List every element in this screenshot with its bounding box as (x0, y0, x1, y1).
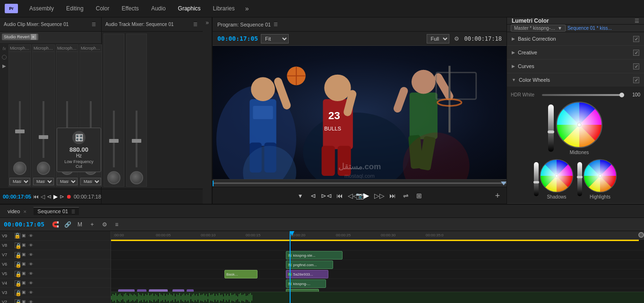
lumetri-source-dropdown[interactable]: Master * kisspng-step... ▼ (511, 25, 566, 32)
curves-header[interactable]: ▶ Curves (507, 60, 644, 73)
tc-insert-btn[interactable]: + (87, 219, 97, 230)
v3-lock[interactable]: 🔒 (15, 290, 20, 295)
pb-to-out[interactable]: ⏭ (386, 190, 399, 202)
clip-v6-5a28[interactable]: fx 5a28e933... (286, 270, 328, 278)
track-ch2-fader-knob[interactable] (132, 139, 141, 143)
highlights-brightness-slider[interactable] (577, 162, 582, 196)
studio-revert-close[interactable]: ✕ (31, 34, 36, 40)
track-v7[interactable]: fx pngfind.com... (111, 260, 644, 269)
audio-clip-mixer-menu[interactable]: ☰ (90, 21, 97, 28)
color-wheels-checkbox[interactable] (633, 77, 639, 83)
tool-circle[interactable] (2, 55, 7, 60)
v2-clip-icon[interactable]: ▣ (22, 299, 27, 303)
track-v6[interactable]: Bask... fx 5a28e933... (111, 269, 644, 279)
transport-step-back[interactable]: ⊲ (47, 192, 52, 201)
basic-correction-header[interactable]: ▶ Basic Correction (507, 32, 644, 45)
nav-libraries[interactable]: Libraries (207, 3, 240, 14)
v3-clip-icon[interactable]: ▣ (22, 290, 27, 295)
v8-lock[interactable]: 🔒 (15, 242, 20, 248)
studio-revert-badge[interactable]: Studio Revert ✕ (2, 34, 38, 40)
ch1-knob[interactable] (13, 162, 26, 175)
ch2-knob[interactable] (37, 162, 50, 175)
v9-eye[interactable]: 👁 (29, 234, 33, 238)
audio-track-mixer-menu[interactable]: ☰ (191, 21, 199, 28)
v7-lock[interactable]: 🔒 (15, 252, 20, 258)
nav-audio[interactable]: Audio (146, 3, 172, 14)
zoom-select[interactable]: Fit 25% 50% 100% (261, 34, 289, 43)
v5-clip-icon[interactable]: ▣ (22, 271, 27, 277)
highlights-brightness-thumb[interactable] (577, 176, 583, 178)
timeline-tab-video[interactable]: video ✕ (4, 208, 31, 215)
v4-clip-icon[interactable]: ▣ (22, 280, 27, 286)
v6-eye[interactable]: 👁 (29, 262, 33, 267)
timeline-tab-sequence[interactable]: Sequence 01 ☰ (34, 207, 79, 215)
v2-lock[interactable]: 🔒 (15, 299, 20, 303)
nav-more-btn[interactable]: » (241, 3, 253, 14)
tc-snap-btn[interactable]: 🧲 (50, 219, 60, 230)
tc-settings-btn[interactable]: ≡ (112, 219, 122, 230)
track-ch1-knob[interactable] (107, 171, 120, 184)
clip-v6-bask[interactable]: Bask... (224, 270, 258, 278)
pb-split[interactable]: ⊳⊲ (320, 190, 333, 202)
ch1-fader-track[interactable] (19, 101, 21, 158)
nav-graphics[interactable]: Graphics (172, 3, 206, 14)
shadows-brightness-slider[interactable] (534, 162, 539, 196)
v9-lock[interactable]: 🔒 (15, 233, 20, 239)
monitor-menu[interactable]: ☰ (274, 22, 278, 27)
track-v5[interactable]: fx kisspng-... (111, 279, 644, 288)
nav-effects[interactable]: Effects (116, 3, 144, 14)
end-marker-circle[interactable] (638, 232, 644, 238)
nav-color[interactable]: Color (90, 3, 115, 14)
pb-to-in[interactable]: ⏮ (334, 190, 346, 202)
tc-marker-btn[interactable]: M (75, 219, 85, 230)
v8-clip-icon[interactable]: ▣ (22, 242, 27, 248)
ch1-master-select[interactable]: Master (9, 178, 30, 185)
midtones-brightness-thumb[interactable] (548, 130, 554, 133)
transport-step-fwd[interactable]: ⊳ (60, 192, 64, 201)
pb-loop[interactable]: ⇌ (400, 190, 412, 202)
clip-v7-pngfind[interactable]: fx pngfind.com... (286, 260, 333, 269)
track-v8[interactable]: fx kisspng-ste... (111, 251, 644, 260)
ch2-master-select[interactable]: Master (33, 178, 54, 185)
creative-checkbox[interactable] (633, 50, 639, 56)
track-ch2-fader-track[interactable] (136, 111, 137, 167)
pb-prev-edit[interactable]: ⊲ (307, 190, 319, 202)
expand-icon[interactable]: » (206, 19, 209, 26)
tc-tool-btn[interactable]: ⚙ (99, 219, 110, 230)
v4-lock[interactable]: 🔒 (15, 280, 20, 286)
creative-header[interactable]: ▶ Creative (507, 46, 644, 59)
nav-editing[interactable]: Editing (60, 3, 89, 14)
tc-link-btn[interactable]: 🔗 (62, 219, 73, 230)
track-ch2-knob[interactable] (130, 171, 143, 184)
v5-lock[interactable]: 🔒 (15, 271, 20, 277)
v3-eye[interactable]: 👁 (29, 290, 33, 295)
v5-eye[interactable]: 👁 (29, 271, 33, 276)
clip-v5-kisspng[interactable]: fx kisspng-... (286, 279, 326, 288)
midtones-brightness-slider[interactable] (548, 104, 554, 152)
pb-safe-margins[interactable]: ⊞ (413, 190, 425, 202)
v6-lock[interactable]: 🔒 (15, 261, 20, 267)
lumetri-menu-btn[interactable]: ☰ (635, 18, 639, 24)
v9-clip-icon[interactable]: ▣ (22, 233, 27, 239)
midtones-wheel-svg[interactable] (556, 101, 603, 148)
pb-step-fwd[interactable]: ▷▷ (373, 190, 386, 202)
v8-eye[interactable]: 👁 (29, 243, 33, 248)
nav-assembly[interactable]: Assembly (24, 3, 60, 14)
track-ch1-fader-knob[interactable] (109, 139, 119, 143)
v2-eye[interactable]: 👁 (29, 300, 33, 303)
pb-marker-in[interactable]: ▾ (294, 190, 306, 202)
v6-clip-icon[interactable]: ▣ (22, 261, 27, 267)
color-wheels-header[interactable]: ▼ Color Wheels (507, 73, 644, 87)
track-v9[interactable] (111, 241, 644, 251)
tool-arrow[interactable]: ▶ (2, 63, 6, 69)
track-ch1-fader-track[interactable] (113, 111, 115, 167)
sequence-menu-icon[interactable]: ☰ (71, 209, 75, 214)
expand-panel-btn[interactable]: » (203, 17, 212, 204)
hdr-white-thumb[interactable] (619, 93, 624, 97)
highlights-wheel-svg[interactable] (583, 159, 617, 193)
video-close-icon[interactable]: ✕ (23, 209, 27, 214)
ch1-fader-knob[interactable] (15, 130, 25, 133)
clip-v8-kisspng[interactable]: fx kisspng-ste... (286, 251, 343, 260)
lumetri-sequence-link[interactable]: Sequence 01 * kiss... (567, 26, 612, 31)
quality-select[interactable]: Full 1/2 1/4 (427, 34, 449, 43)
